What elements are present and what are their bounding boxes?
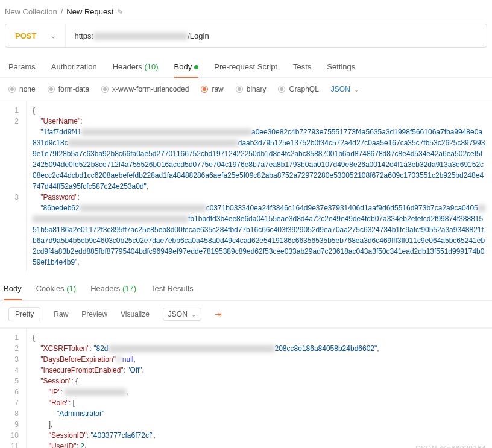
tab-authorization[interactable]: Authorization (51, 56, 97, 77)
body-type-raw[interactable]: raw (201, 85, 223, 93)
code-area[interactable]: { "XCSRFToken": "82dxxxxxxxxxxxxxxxxxxxx… (27, 329, 492, 448)
tab-settings[interactable]: Settings (327, 56, 355, 77)
body-language-select[interactable]: JSON⌄ (331, 85, 359, 93)
line-gutter: 123 (0, 101, 27, 271)
chevron-down-icon: ⌄ (191, 311, 196, 318)
breadcrumb-collection[interactable]: New Collection (5, 7, 57, 16)
response-toolbar: Pretty Raw Preview Visualize JSON ⌄ ⇥ (0, 300, 492, 328)
response-body-editor[interactable]: 1234567891011 { "XCSRFToken": "82dxxxxxx… (0, 328, 492, 448)
tab-headers[interactable]: Headers (10) (113, 56, 159, 77)
body-type-xwww[interactable]: x-www-form-urlencoded (101, 85, 189, 93)
url-bar: POST ⌄ https:xxxxxxxxxxxxxxxxxxxxxxxx/Lo… (5, 24, 487, 48)
breadcrumb-sep: / (61, 7, 63, 16)
chevron-down-icon: ⌄ (354, 86, 359, 93)
url-input[interactable]: https:xxxxxxxxxxxxxxxxxxxxxxxx/Login (66, 31, 217, 40)
response-tabs: Body Cookies (1) Headers (17) Test Resul… (0, 276, 492, 300)
method-select[interactable]: POST ⌄ (5, 31, 65, 40)
tab-body[interactable]: Body (174, 56, 199, 77)
chevron-down-icon: ⌄ (51, 33, 55, 39)
tab-params[interactable]: Params (8, 56, 36, 77)
wrap-lines-icon[interactable]: ⇥ (215, 309, 222, 319)
tab-prerequest[interactable]: Pre-request Script (214, 56, 277, 77)
request-tabs: Params Authorization Headers (10) Body P… (0, 56, 492, 78)
view-preview[interactable]: Preview (81, 310, 107, 318)
body-type-row: none form-data x-www-form-urlencoded raw… (0, 78, 492, 101)
breadcrumb-request[interactable]: New Request (66, 7, 113, 16)
resp-tab-cookies[interactable]: Cookies (1) (36, 284, 76, 300)
view-visualize[interactable]: Visualize (121, 310, 150, 318)
watermark: CSDN @a66920164 (415, 444, 486, 448)
body-type-graphql[interactable]: GraphQL (278, 85, 318, 93)
body-type-formdata[interactable]: form-data (48, 85, 89, 93)
request-body-editor[interactable]: 123 { "UserName": "1faf7dd9f41xxxxxxxxxx… (0, 101, 492, 271)
breadcrumb: New Collection / New Request ✎ (0, 0, 492, 24)
response-language-select[interactable]: JSON ⌄ (163, 308, 201, 321)
edit-name-icon[interactable]: ✎ (117, 8, 123, 16)
tab-tests[interactable]: Tests (293, 56, 311, 77)
resp-tab-headers[interactable]: Headers (17) (90, 284, 136, 300)
body-modified-dot (194, 65, 198, 69)
view-raw[interactable]: Raw (54, 310, 68, 318)
body-type-binary[interactable]: binary (236, 85, 266, 93)
view-pretty[interactable]: Pretty (8, 307, 40, 321)
code-area[interactable]: { "UserName": "1faf7dd9f41xxxxxxxxxxxxxx… (27, 101, 492, 271)
resp-tab-tests[interactable]: Test Results (151, 284, 194, 300)
method-label: POST (15, 31, 36, 40)
resp-tab-body[interactable]: Body (4, 284, 22, 300)
body-type-none[interactable]: none (8, 85, 36, 93)
line-gutter: 1234567891011 (0, 329, 27, 448)
